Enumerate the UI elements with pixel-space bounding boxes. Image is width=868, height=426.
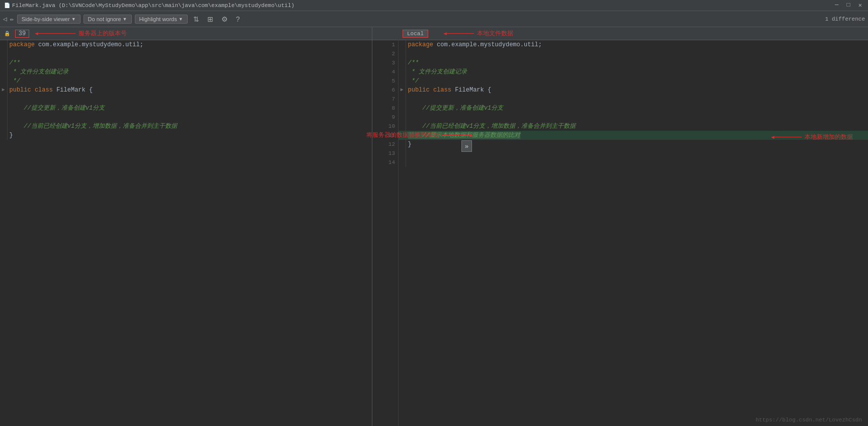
viewer-dropdown[interactable]: Side-by-side viewer ▼ xyxy=(17,15,81,24)
lock-icon: 🔒 xyxy=(4,31,10,37)
help-icon[interactable]: ? xyxy=(233,14,243,24)
table-row: */ xyxy=(0,76,372,86)
center-gutter: 1234567891011121314 xyxy=(372,27,399,426)
version-number: 39 xyxy=(15,30,29,38)
diff-count: 1 difference xyxy=(825,16,865,22)
left-panel-header: 🔒 39 ◄ 服务器上的版本号 xyxy=(0,27,372,40)
table-row xyxy=(0,95,372,104)
version-annotation: ◄ 服务器上的版本号 xyxy=(35,29,127,38)
table-row: * 文件分支创建记录 xyxy=(399,67,868,76)
left-code-area[interactable]: package com.example.mystudydemo.util; /*… xyxy=(0,40,372,426)
table-row: * 文件分支创建记录 xyxy=(0,67,372,76)
table-row: //提交更新，准备创建v1分支 xyxy=(0,104,372,113)
replace-line: ► xyxy=(442,135,472,135)
line-number: 10 xyxy=(372,122,398,131)
left-panel: 🔒 39 ◄ 服务器上的版本号 package com.example.myst… xyxy=(0,27,372,426)
gear-icon[interactable]: ⚙ xyxy=(219,14,230,24)
line-number: 8 xyxy=(372,104,398,113)
replace-arrowhead: ► xyxy=(469,132,473,139)
line-number: 2 xyxy=(372,49,398,58)
table-row: ▶public class FileMark { xyxy=(0,86,372,95)
layout-icon[interactable]: ⊞ xyxy=(205,14,216,24)
line-number: 3 xyxy=(372,58,398,67)
replace-arrow-container: 将服务器的数据替换到本地 ► » xyxy=(366,131,472,152)
viewer-arrow-icon: ▼ xyxy=(71,17,76,22)
titlebar-title: 📄 FileMark.java (D:\SVNCode\MyStudyDemo\… xyxy=(4,3,294,9)
table-row xyxy=(399,95,868,104)
settings-icon[interactable]: ⇅ xyxy=(191,14,202,24)
table-row: */ xyxy=(399,76,868,86)
local-arrow-line: ◄ xyxy=(444,33,474,34)
table-row xyxy=(399,49,868,58)
table-row: package com.example.mystudydemo.util; xyxy=(0,40,372,49)
highlight-dropdown[interactable]: Highlight words ▼ xyxy=(135,15,188,24)
line-number: 5 xyxy=(372,76,398,86)
table-row: /** xyxy=(399,58,868,67)
table-row: package com.example.mystudydemo.util; xyxy=(399,40,868,49)
line-number: 14 xyxy=(372,158,398,167)
right-code-area[interactable]: package com.example.mystudydemo.util; /*… xyxy=(399,40,868,426)
toolbar: ◁ ✏ Side-by-side viewer ▼ Do not ignore … xyxy=(0,11,868,27)
table-row xyxy=(399,113,868,122)
line-number: 6 xyxy=(372,86,398,95)
window-controls[interactable]: — □ ✕ xyxy=(833,2,864,9)
arrow-line: ◄ xyxy=(35,33,75,34)
local-annotation: ◄ 本地文件数据 xyxy=(444,29,513,38)
file-icon: 📄 xyxy=(4,3,10,9)
highlight-arrow-icon: ▼ xyxy=(179,17,183,22)
line-number: 7 xyxy=(372,95,398,104)
line-number: 1 xyxy=(372,40,398,49)
titlebar: 📄 FileMark.java (D:\SVNCode\MyStudyDemo\… xyxy=(0,0,868,11)
ignore-arrow-icon: ▼ xyxy=(123,17,127,22)
ignore-dropdown[interactable]: Do not ignore ▼ xyxy=(84,15,132,24)
table-row: //当前已经创建v1分支，增加数据，准备合并到主干数据 xyxy=(0,122,372,131)
table-row: /** xyxy=(0,58,372,67)
local-label: Local xyxy=(403,30,428,38)
bottom-url: https://blog.csdn.net/LovezhCsdn xyxy=(756,417,862,423)
local-label-text: 本地文件数据 xyxy=(477,29,513,38)
close-button[interactable]: ✕ xyxy=(856,2,864,9)
back-icon[interactable]: ◁ xyxy=(3,15,7,23)
table-row xyxy=(0,113,372,122)
diff-container: 🔒 39 ◄ 服务器上的版本号 package com.example.myst… xyxy=(0,27,868,426)
left-code-table: package com.example.mystudydemo.util; /*… xyxy=(0,40,372,140)
table-row: } xyxy=(0,131,372,140)
line-number: 4 xyxy=(372,67,398,76)
replace-button[interactable]: » xyxy=(461,140,472,152)
replace-annotation: 将服务器的数据替换到本地 ► xyxy=(366,131,472,139)
right-panel-header: Local ◄ 本地文件数据 xyxy=(399,27,868,40)
minimize-button[interactable]: — xyxy=(833,2,840,9)
version-label: 服务器上的版本号 xyxy=(78,29,127,38)
table-row xyxy=(399,158,868,167)
right-panel: Local ◄ 本地文件数据 package com.example.mystu… xyxy=(399,27,868,426)
table-row: //当前已经创建v1分支，增加数据，准备合并到主干数据 xyxy=(399,122,868,131)
table-row: //提交更新，准备创建v1分支 xyxy=(399,104,868,113)
edit-icon[interactable]: ✏ xyxy=(10,15,14,23)
table-row: ▶public class FileMark { xyxy=(399,86,868,95)
line-number: 9 xyxy=(372,113,398,122)
replace-label: 将服务器的数据替换到本地 xyxy=(366,131,439,139)
maximize-button[interactable]: □ xyxy=(845,2,852,9)
table-row xyxy=(0,49,372,58)
